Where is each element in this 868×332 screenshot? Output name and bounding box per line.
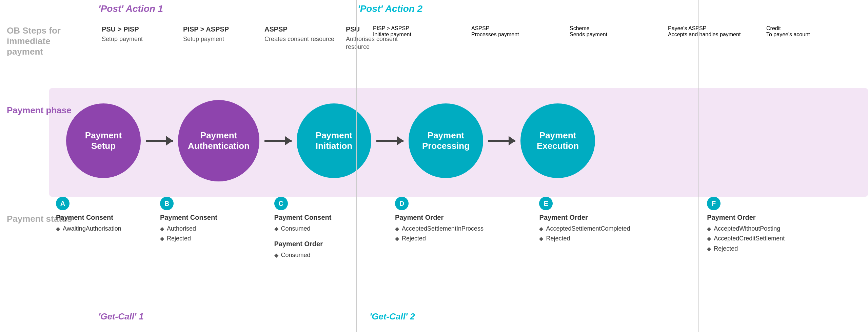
diamond-icon: ◆ xyxy=(539,235,543,242)
step-title-pisp-aspsp: PISP > ASPSP xyxy=(183,25,258,33)
arrow-4 xyxy=(488,136,515,146)
badge-c: C xyxy=(274,197,288,210)
step-title-aspsp-r: ASPSP xyxy=(471,25,563,32)
status-text-a1: AwaitingAuthorisation xyxy=(63,225,121,233)
step-title-pisp-aspsp-r: PISP > ASPSP xyxy=(373,25,465,32)
circle-label-init: PaymentInitiation xyxy=(316,130,352,151)
diamond-icon: ◆ xyxy=(274,252,278,258)
step-title-credit: Credit xyxy=(766,25,858,32)
circle-payment-exec: PaymentExecution xyxy=(520,103,595,178)
ob-steps-label: OB Steps for immediate payment xyxy=(7,25,88,57)
step-col-credit: Credit To payee's acount xyxy=(763,24,861,39)
status-item-d2: ◆ Rejected xyxy=(395,235,526,242)
status-item-c1: ◆ Consumed xyxy=(274,225,381,233)
badge-d: D xyxy=(395,197,409,210)
diamond-icon: ◆ xyxy=(395,226,399,232)
post-action-1-label: 'Post' Action 1 xyxy=(98,3,163,14)
status-item-f1: ◆ AcceptedWithoutPosting xyxy=(707,225,861,233)
post-action-2-label: 'Post' Action 2 xyxy=(358,3,422,14)
diamond-icon: ◆ xyxy=(160,226,164,232)
status-text-b2: Rejected xyxy=(167,235,191,242)
circle-payment-init: PaymentInitiation xyxy=(297,103,371,178)
diamond-icon: ◆ xyxy=(56,226,60,232)
status-col-a: A Payment Consent ◆ AwaitingAuthorisatio… xyxy=(49,197,153,261)
diamond-icon: ◆ xyxy=(707,246,711,252)
status-text-f2: AcceptedCreditSettlement xyxy=(714,235,785,242)
status-col-e: E Payment Order ◆ AcceptedSettlementComp… xyxy=(532,197,700,261)
status-title-c2: Payment Order xyxy=(274,240,381,248)
circle-wrapper-setup: PaymentSetup xyxy=(66,103,141,178)
status-title-b: Payment Consent xyxy=(160,214,261,221)
step-desc-pisp-aspsp-r: Initiate payment xyxy=(373,32,465,38)
status-item-a1: ◆ AwaitingAuthorisation xyxy=(56,225,146,233)
diamond-icon: ◆ xyxy=(707,235,711,242)
badge-e: E xyxy=(539,197,553,210)
step-col-aspsp: ASPSP Creates consent resource xyxy=(261,24,342,53)
badge-f: F xyxy=(707,197,721,210)
circle-wrapper-auth: PaymentAuthentication xyxy=(178,100,259,181)
divider-2 xyxy=(698,0,699,332)
circle-wrapper-exec: PaymentExecution xyxy=(520,103,595,178)
arrow-1 xyxy=(146,136,173,146)
step-title-aspsp: ASPSP xyxy=(264,25,339,33)
get-call-2-label: 'Get-Call' 2 xyxy=(370,311,415,322)
steps-right: PISP > ASPSP Initiate payment ASPSP Proc… xyxy=(370,24,861,39)
status-item-c2: ◆ Consumed xyxy=(274,251,381,259)
status-text-d2: Rejected xyxy=(402,235,426,242)
step-desc-credit: To payee's acount xyxy=(766,32,858,38)
circle-payment-auth: PaymentAuthentication xyxy=(178,100,259,181)
step-col-psu-pisp: PSU > PISP Setup payment xyxy=(98,24,180,53)
status-text-d1: AcceptedSettlementInProcess xyxy=(402,225,484,233)
circles-container: PaymentSetup PaymentAuthentication Payme… xyxy=(49,92,868,190)
step-col-payee: Payee's ASPSP Accepts and handles paymen… xyxy=(665,24,763,39)
step-col-aspsp-r: ASPSP Processes payment xyxy=(468,24,566,39)
step-desc-aspsp-r: Processes payment xyxy=(471,32,563,38)
status-text-e2: Rejected xyxy=(546,235,570,242)
status-text-c2: Consumed xyxy=(281,251,311,259)
circle-payment-proc: PaymentProcessing xyxy=(409,103,483,178)
status-text-c1: Consumed xyxy=(281,225,311,233)
step-desc-psu-pisp: Setup payment xyxy=(102,35,176,43)
status-item-f3: ◆ Rejected xyxy=(707,245,861,253)
status-item-d1: ◆ AcceptedSettlementInProcess xyxy=(395,225,526,233)
circle-label-exec: PaymentExecution xyxy=(537,130,579,151)
arrow-2 xyxy=(264,136,292,146)
step-desc-scheme: Sends payment xyxy=(570,32,661,38)
step-col-scheme: Scheme Sends payment xyxy=(566,24,665,39)
status-item-e1: ◆ AcceptedSettlementCompleted xyxy=(539,225,693,233)
status-col-b: B Payment Consent ◆ Authorised ◆ Rejecte… xyxy=(153,197,268,261)
status-item-e2: ◆ Rejected xyxy=(539,235,693,242)
status-title-a: Payment Consent xyxy=(56,214,146,221)
status-item-f2: ◆ AcceptedCreditSettlement xyxy=(707,235,861,242)
status-text-b1: Authorised xyxy=(167,225,196,233)
circle-label-auth: PaymentAuthentication xyxy=(188,130,250,151)
diamond-icon: ◆ xyxy=(274,226,278,232)
status-text-f3: Rejected xyxy=(714,245,738,253)
status-text-e1: AcceptedSettlementCompleted xyxy=(546,225,630,233)
step-desc-aspsp: Creates consent resource xyxy=(264,35,339,43)
get-call-1-label: 'Get-Call' 1 xyxy=(98,311,144,322)
diamond-icon: ◆ xyxy=(707,226,711,232)
step-desc-pisp-aspsp: Setup payment xyxy=(183,35,258,43)
step-col-pisp-aspsp: PISP > ASPSP Setup payment xyxy=(180,24,261,53)
status-item-b1: ◆ Authorised xyxy=(160,225,261,233)
circle-label-setup: PaymentSetup xyxy=(85,130,122,151)
status-title-d: Payment Order xyxy=(395,214,526,221)
step-desc-payee: Accepts and handles payment xyxy=(668,32,760,38)
status-title-e: Payment Order xyxy=(539,214,693,221)
status-item-b2: ◆ Rejected xyxy=(160,235,261,242)
status-col-d: D Payment Order ◆ AcceptedSettlementInPr… xyxy=(388,197,533,261)
status-title-f: Payment Order xyxy=(707,214,861,221)
arrow-3 xyxy=(376,136,403,146)
circle-wrapper-proc: PaymentProcessing xyxy=(409,103,483,178)
step-title-scheme: Scheme xyxy=(570,25,661,32)
badge-b: B xyxy=(160,197,174,210)
badge-a: A xyxy=(56,197,70,210)
diamond-icon: ◆ xyxy=(160,235,164,242)
circle-payment-setup: PaymentSetup xyxy=(66,103,141,178)
status-title-c1: Payment Consent xyxy=(274,214,381,221)
step-title-payee: Payee's ASPSP xyxy=(668,25,760,32)
status-col-c: C Payment Consent ◆ Consumed Payment Ord… xyxy=(268,197,388,261)
diamond-icon: ◆ xyxy=(539,226,543,232)
status-col-f: F Payment Order ◆ AcceptedWithoutPosting… xyxy=(700,197,868,261)
